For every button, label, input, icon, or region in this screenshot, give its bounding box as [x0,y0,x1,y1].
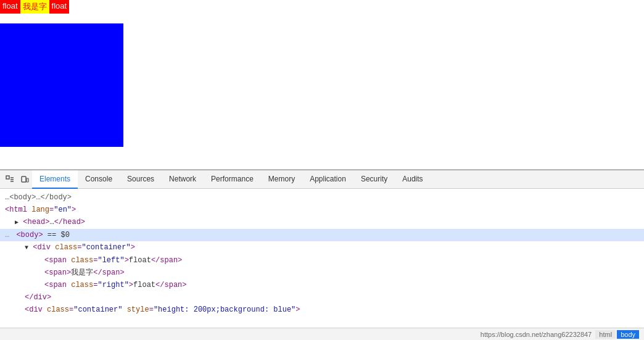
dom-line: <span class="right">float</span> [0,279,644,291]
dom-line: <div class="container" style="height: 20… [0,304,644,316]
tab-audits[interactable]: Audits [395,170,430,189]
dom-line: <span class="left">float</span> [0,254,644,267]
device-toggle-icon[interactable] [17,172,32,187]
tab-performance[interactable]: Performance [204,170,261,189]
tab-security[interactable]: Security [353,170,395,189]
inspect-icon[interactable] [2,172,17,187]
span-middle: 我是字 [20,0,49,14]
svg-rect-4 [22,176,26,182]
devtools-footer: https://blog.csdn.net/zhang62232847 html… [0,328,644,340]
blue-box [0,23,123,147]
dom-line-body: … <body> == $0 [0,229,644,241]
tab-network[interactable]: Network [162,170,204,189]
devtools-tabs: Elements Console Sources Network Perform… [0,170,644,189]
svg-rect-0 [6,176,9,179]
dom-line: ▼ <div class="container"> [0,241,644,254]
devtools-panel: Elements Console Sources Network Perform… [0,170,644,340]
preview-area: float 我是字 float [0,0,644,170]
tab-console[interactable]: Console [78,170,120,189]
footer-url: https://blog.csdn.net/zhang62232847 [481,331,592,338]
tab-application[interactable]: Application [302,170,353,189]
dom-line: <span>我是字</span> [0,267,644,279]
float-demo-row: float 我是字 float [0,0,69,14]
tab-elements[interactable]: Elements [32,170,78,189]
span-right: float [49,0,70,14]
breadcrumb-html[interactable]: html [595,330,616,339]
dom-line: …<body>…</body> [0,191,644,204]
breadcrumb-body[interactable]: body [617,330,639,339]
svg-rect-5 [27,178,28,182]
dom-line: <html lang="en"> [0,204,644,216]
span-left: float [0,0,20,14]
dom-line [0,316,644,328]
dom-line: ▶ <head>…</head> [0,216,644,229]
tab-sources[interactable]: Sources [120,170,162,189]
tab-memory[interactable]: Memory [261,170,302,189]
dom-tree[interactable]: …<body>…</body> <html lang="en"> ▶ <head… [0,189,644,328]
dom-line: </div> [0,291,644,304]
